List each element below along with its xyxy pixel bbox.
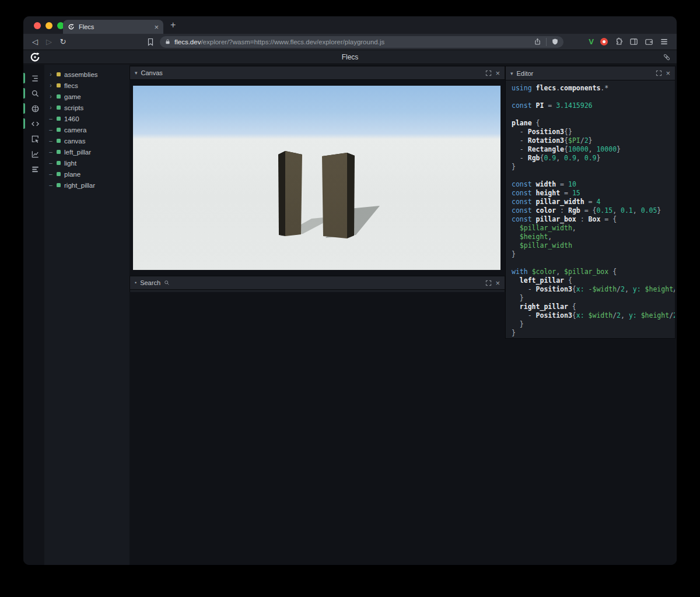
active-indicator xyxy=(23,118,25,129)
entity-color-swatch xyxy=(57,161,61,165)
lock-icon xyxy=(164,38,171,45)
expand-panel-icon[interactable] xyxy=(656,70,662,76)
back-button[interactable]: ◁ xyxy=(28,37,42,46)
minimize-window-button[interactable] xyxy=(46,22,52,29)
code-line: const width = 10 xyxy=(512,180,675,189)
close-panel-icon[interactable]: × xyxy=(495,69,500,77)
close-panel-icon[interactable]: × xyxy=(666,69,670,77)
code-line: const PI = 3.1415926 xyxy=(512,101,675,110)
entity-color-swatch xyxy=(57,183,61,187)
tree-item-flecs[interactable]: ›flecs xyxy=(44,80,130,91)
canvas-panel-header[interactable]: ▾ Canvas × xyxy=(130,66,505,80)
entity-color-swatch xyxy=(57,128,61,132)
wallet-icon[interactable] xyxy=(645,37,653,46)
world-rail-button[interactable] xyxy=(26,101,44,116)
right-pillar xyxy=(133,86,501,270)
tree-item-light[interactable]: ‒light xyxy=(44,157,130,168)
tree-item-camera[interactable]: ‒camera xyxy=(44,124,130,135)
new-tab-button[interactable]: + xyxy=(170,20,176,30)
collapse-chevron-icon[interactable]: ▾ xyxy=(135,70,138,76)
v-extension-button[interactable]: V xyxy=(589,37,594,46)
stats-icon xyxy=(31,165,40,174)
close-panel-icon[interactable]: × xyxy=(495,279,500,287)
tree-toggle-icon: › xyxy=(48,71,53,78)
search-panel-title: Search xyxy=(140,279,160,286)
entity-color-swatch xyxy=(57,117,61,121)
right-pillar-top xyxy=(133,86,501,270)
entity-tree-rail-button[interactable] xyxy=(26,71,44,86)
tree-toggle-icon: › xyxy=(48,93,53,100)
brave-shield-icon[interactable] xyxy=(551,38,559,45)
code-line: - Position3{} xyxy=(512,128,675,136)
tree-item-plane[interactable]: ‒plane xyxy=(44,168,130,180)
red-extension-icon[interactable] xyxy=(600,38,608,45)
search-icon xyxy=(31,89,40,98)
tree-toggle-icon: ‒ xyxy=(48,127,53,133)
toolbar-extensions-area: V xyxy=(589,37,677,46)
tree-item-1460[interactable]: ‒1460 xyxy=(44,113,130,124)
permalink-icon[interactable] xyxy=(663,53,671,61)
editor-panel-title: Editor xyxy=(517,70,534,77)
stats-rail-button[interactable] xyxy=(26,161,44,177)
sidebar-toggle-icon[interactable] xyxy=(629,37,638,46)
code-line: with $color, $pillar_box { xyxy=(512,268,675,276)
entity-color-swatch xyxy=(57,94,61,99)
tree-item-scripts[interactable]: ›scripts xyxy=(44,102,130,113)
tree-toggle-icon: › xyxy=(48,82,53,89)
forward-button[interactable]: ▷ xyxy=(42,37,56,46)
code-line: const color : Rgb = {0.15, 0.1, 0.05} xyxy=(512,206,675,215)
active-indicator xyxy=(23,73,25,83)
tree-item-game[interactable]: ›game xyxy=(44,91,130,102)
code-line: } xyxy=(512,163,675,171)
menu-hamburger-icon[interactable] xyxy=(660,37,668,46)
expand-panel-icon[interactable] xyxy=(485,70,492,76)
bookmark-icon[interactable] xyxy=(146,37,155,47)
extensions-puzzle-icon[interactable] xyxy=(614,37,623,46)
code-line: $pillar_width, xyxy=(512,224,675,233)
tree-item-left_pillar[interactable]: ‒left_pillar xyxy=(44,146,130,157)
url-bar[interactable]: flecs.dev/explorer/?wasm=https://www.fle… xyxy=(160,36,564,48)
entity-label: game xyxy=(64,93,81,100)
tree-item-assemblies[interactable]: ›assemblies xyxy=(44,69,130,80)
entity-label: plane xyxy=(64,171,80,178)
code-line: - Rotation3{$PI/2} xyxy=(512,136,675,145)
code-line: const pillar_width = 4 xyxy=(512,198,675,206)
expand-panel-icon[interactable] xyxy=(485,280,492,286)
collapse-chevron-icon[interactable]: ▾ xyxy=(510,71,513,76)
tree-item-canvas[interactable]: ‒canvas xyxy=(44,135,130,146)
canvas-3d-viewport[interactable] xyxy=(133,86,501,270)
left-pillar-shadow xyxy=(133,86,501,270)
close-window-button[interactable] xyxy=(34,22,41,29)
code-line: - Rectangle{10000, 10000} xyxy=(512,145,675,154)
editor-panel-header[interactable]: ▾ Editor × xyxy=(506,66,675,80)
panel-bullet-icon[interactable]: • xyxy=(135,280,136,286)
code-rail-button[interactable] xyxy=(26,116,44,131)
right-pillar-shadow xyxy=(133,86,501,270)
code-line xyxy=(512,259,675,268)
search-rail-button[interactable] xyxy=(26,86,44,101)
chart-rail-button[interactable] xyxy=(26,146,44,161)
code-line: left_pillar { xyxy=(512,276,675,285)
tab-close-icon[interactable]: × xyxy=(154,23,159,31)
entity-label: camera xyxy=(64,127,86,134)
entity-label: scripts xyxy=(64,104,83,111)
share-icon[interactable] xyxy=(534,38,541,45)
inspector-rail-button[interactable] xyxy=(26,131,44,146)
entity-color-swatch xyxy=(57,83,61,87)
browser-tab[interactable]: Flecs × xyxy=(63,20,163,34)
tree-toggle-icon: ‒ xyxy=(48,182,53,188)
code-line: } xyxy=(512,250,675,259)
code-editor[interactable]: using flecs.components.* const PI = 3.14… xyxy=(506,80,675,338)
center-column: ▾ Canvas × xyxy=(130,65,505,565)
tree-toggle-icon: ‒ xyxy=(48,115,53,122)
icon-rail xyxy=(26,65,44,565)
tree-item-right_pillar[interactable]: ‒right_pillar xyxy=(44,180,130,191)
code-line: - Position3{x: $width/2, y: $height/2} xyxy=(512,311,675,320)
reload-button[interactable]: ↻ xyxy=(56,37,70,46)
tab-strip: Flecs × + xyxy=(23,16,677,34)
code-line: const pillar_box : Box = { xyxy=(512,215,675,224)
right-pillar-side xyxy=(133,86,501,270)
search-panel-header[interactable]: • Search × xyxy=(130,276,505,290)
code-line: using flecs.components.* xyxy=(512,84,675,93)
code-line xyxy=(512,110,675,119)
